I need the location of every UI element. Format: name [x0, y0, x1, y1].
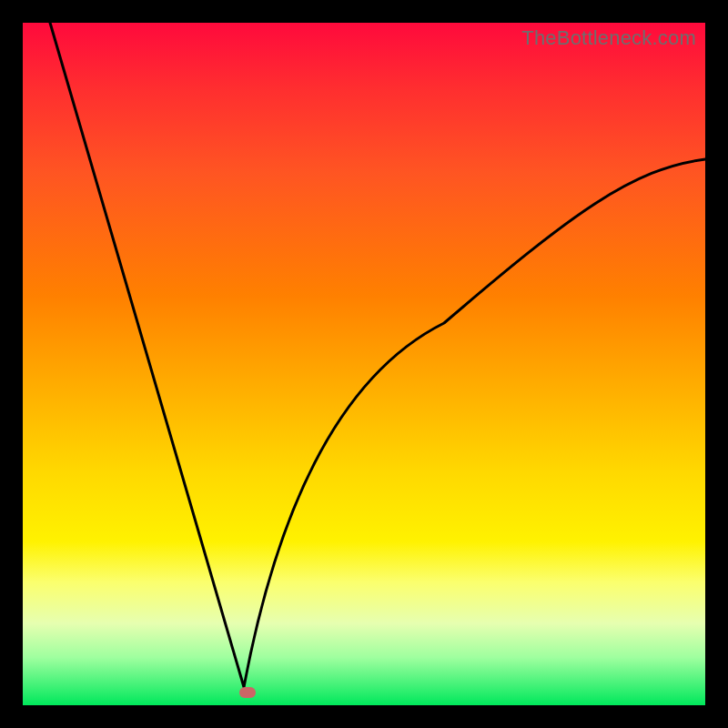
- bottleneck-curve: [23, 23, 705, 705]
- optimal-marker: [239, 687, 256, 698]
- chart-frame: TheBottleneck.com: [0, 0, 728, 728]
- plot-area: TheBottleneck.com: [23, 23, 705, 705]
- curve-path: [50, 23, 705, 687]
